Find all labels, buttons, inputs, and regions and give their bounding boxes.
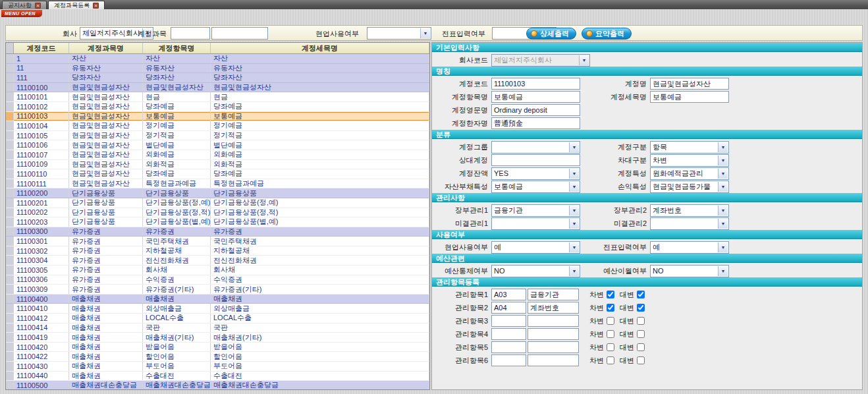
account-balance-select[interactable]: YES ▼ <box>491 167 580 180</box>
account-code-search-input[interactable] <box>171 27 210 40</box>
table-row[interactable]: 11100300 유가증권 유가증권 유가증권 <box>6 227 429 237</box>
table-row[interactable]: 11100203 단기금융상품 단기금융상품(별,예) 단기금융상품(별,예) <box>6 217 429 227</box>
field-use-label: 현업사용여부 <box>315 29 359 39</box>
table-row[interactable]: 11100302 유가증권 지하철공채 지하철공채 <box>6 246 429 256</box>
table-row[interactable]: 11100400 매출채권 매출채권 매출채권 <box>6 295 429 304</box>
debit-checkbox[interactable] <box>607 343 614 351</box>
table-row[interactable]: 11100304 유가증권 전신전화채권 전신전화채권 <box>6 256 429 266</box>
table-row[interactable]: 11100104 현금및현금성자산 정기예금 정기예금 <box>6 121 429 131</box>
pending1-select[interactable]: ▼ <box>491 217 580 230</box>
debit-checkbox[interactable] <box>607 356 614 364</box>
account-code-input[interactable] <box>491 78 580 90</box>
table-row[interactable]: 11100422 매출채권 할인어음 할인어음 <box>6 352 429 362</box>
pl-trait-select[interactable]: 현금및현금등가물 ▼ <box>650 181 729 193</box>
mgmt-name-input[interactable] <box>528 341 579 353</box>
table-row[interactable]: 11100103 현금및현금성자산 보통예금 보통예금 <box>6 112 429 122</box>
cell-account-code: 11100102 <box>14 102 69 111</box>
summary-print-button[interactable]: 요약출력 <box>582 28 632 40</box>
account-trait-select[interactable]: 원화예적금관리 ▼ <box>650 167 729 180</box>
close-icon[interactable]: × <box>93 3 99 9</box>
account-name-search-input[interactable] <box>211 27 268 40</box>
mgmt-name-input[interactable] <box>528 289 579 300</box>
form-row: 계정그룹 ▼ 계정구분 항목 ▼ <box>432 140 862 154</box>
english-name-input[interactable] <box>491 104 580 116</box>
dc-type-select[interactable]: 차변 ▼ <box>650 154 729 167</box>
table-row[interactable]: 11 유동자산 유동자산 유동자산 <box>6 64 429 74</box>
credit-checkbox[interactable] <box>637 304 645 312</box>
slip-yn-select[interactable]: 예 ▼ <box>650 241 729 254</box>
table-row[interactable]: 11100412 매출채권 LOCAL수출 LOCAL수출 <box>6 314 429 324</box>
cell-account-name: 단기금융상품 <box>69 217 143 227</box>
use-yn-select[interactable]: 예 ▼ <box>491 241 580 254</box>
credit-checkbox[interactable] <box>637 343 645 351</box>
table-row[interactable]: 11100305 유가증권 회사채 회사채 <box>6 266 429 275</box>
debit-checkbox[interactable] <box>607 317 614 325</box>
debit-checkbox[interactable] <box>607 304 614 312</box>
table-row[interactable]: 11100101 현금및현금성자산 현금 현금 <box>6 92 429 102</box>
table-row[interactable]: 11100201 단기금융상품 단기금융상품(정,예) 단기금융상품(정,예) <box>6 198 429 208</box>
tab-notice[interactable]: 공지사항 × <box>2 1 47 9</box>
table-row[interactable]: 11100200 단기금융상품 단기금융상품 단기금융상품 <box>6 188 429 198</box>
cell-account-name: 단기금융상품 <box>69 198 143 208</box>
mgmt-code-input[interactable] <box>491 315 526 327</box>
item-name-input[interactable] <box>491 91 580 103</box>
mgmt-code-input[interactable] <box>491 328 526 340</box>
table-row[interactable]: 11100309 유가증권 유가증권(기타) 유가증권(기타) <box>6 285 429 295</box>
mgmt-name-input[interactable] <box>528 354 579 366</box>
account-group-select[interactable]: ▼ <box>491 141 580 154</box>
mgmt-name-input[interactable] <box>528 302 579 314</box>
debit-checkbox[interactable] <box>607 330 614 338</box>
budget-carry-select[interactable]: NO ▼ <box>650 265 729 277</box>
table-row[interactable]: 11100414 매출채권 국판 국판 <box>6 324 429 333</box>
cell-account-name: 현금및현금성자산 <box>69 112 143 121</box>
table-row[interactable]: 111 당좌자산 당좌자산 당좌자산 <box>6 73 429 83</box>
asset-trait-select[interactable]: 보통예금 ▼ <box>491 181 580 193</box>
table-row[interactable]: 11100419 매출채권 매출채권(기타) 매출채권(기타) <box>6 333 429 343</box>
row-indicator-header <box>6 43 14 53</box>
mgmt-code-input[interactable] <box>491 341 526 353</box>
table-row[interactable]: 11100111 현금및현금성자산 특정현금과예금 특정현금과예금 <box>6 179 429 189</box>
credit-checkbox[interactable] <box>637 330 645 338</box>
table-row[interactable]: 11100410 매출채권 외상매출금 외상매출금 <box>6 304 429 314</box>
table-row[interactable]: 11100430 매출채권 부도어음 부도어음 <box>6 362 429 372</box>
table-row[interactable]: 1 자산 자산 자산 <box>6 54 429 64</box>
table-row[interactable]: 11100100 현금및현금성자산 현금및현금성자산 현금및현금성자산 <box>6 83 429 93</box>
table-row[interactable]: 11100107 현금및현금성자산 외화예금 외화예금 <box>6 150 429 160</box>
detail-name-input[interactable] <box>650 91 729 103</box>
account-name-input[interactable] <box>650 78 729 90</box>
close-icon[interactable]: × <box>35 3 41 9</box>
table-row[interactable]: 11100306 유가증권 수익증권 수익증권 <box>6 275 429 285</box>
credit-checkbox[interactable] <box>637 317 645 325</box>
mgmt-code-input[interactable] <box>491 289 526 300</box>
ledger1-select[interactable]: 금융기관 ▼ <box>491 204 580 217</box>
mgmt-code-input[interactable] <box>491 302 526 314</box>
detail-print-button[interactable]: 상세출력 <box>526 28 576 40</box>
mgmt-code-input[interactable] <box>491 354 526 366</box>
hanja-name-input[interactable] <box>491 117 580 129</box>
table-row[interactable]: 11100440 매출채권 수출대전 수출대전 <box>6 372 429 381</box>
table-row[interactable]: 11100202 단기금융상품 단기금융상품(정,적) 단기금융상품(정,적) <box>6 208 429 218</box>
mgmt-name-input[interactable] <box>528 315 579 327</box>
account-type-select[interactable]: 항목 ▼ <box>650 141 729 154</box>
table-row[interactable]: 11100110 현금및현금성자산 당좌예금 당좌예금 <box>6 169 429 179</box>
table-row[interactable]: 11100109 현금및현금성자산 외화적금 외화적금 <box>6 160 429 170</box>
table-row[interactable]: 11100500 매출채권대손충당금 매출채권대손충당금 매출채권대손충당금 <box>6 381 429 390</box>
ledger2-select[interactable]: 계좌번호 ▼ <box>650 204 729 217</box>
field-use-select[interactable]: ▼ <box>367 27 431 40</box>
company-code-select[interactable]: 제일저지주식회사 ▼ <box>491 54 590 67</box>
table-row[interactable]: 11100420 매출채권 받을어음 받을어음 <box>6 343 429 352</box>
table-row[interactable]: 11100102 현금및현금성자산 당좌예금 당좌예금 <box>6 102 429 112</box>
debit-checkbox[interactable] <box>607 291 614 298</box>
chevron-down-icon: ▼ <box>718 155 728 165</box>
credit-checkbox[interactable] <box>637 356 645 364</box>
table-row[interactable]: 11100106 현금및현금성자산 별단예금 별단예금 <box>6 140 429 150</box>
table-row[interactable]: 11100105 현금및현금성자산 정기적금 정기적금 <box>6 131 429 141</box>
pending2-select[interactable]: ▼ <box>650 217 729 230</box>
credit-checkbox[interactable] <box>637 291 645 298</box>
counter-account-input[interactable] <box>491 154 580 166</box>
menu-open-button[interactable]: MENU OPEN <box>1 10 42 17</box>
mgmt-name-input[interactable] <box>528 328 579 340</box>
tab-account-registration[interactable]: 계정과목등록 × <box>48 1 105 9</box>
budget-control-select[interactable]: NO ▼ <box>491 265 580 277</box>
table-row[interactable]: 11100301 유가증권 국민주택채권 국민주택채권 <box>6 237 429 246</box>
